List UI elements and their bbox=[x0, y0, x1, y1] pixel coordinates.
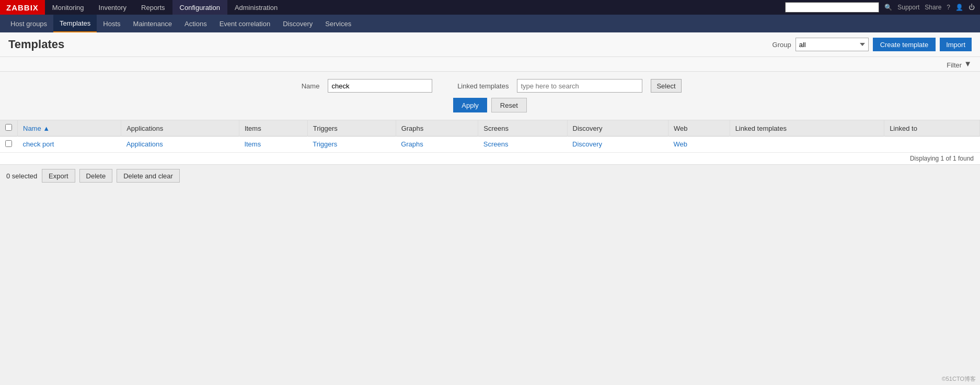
nav-configuration[interactable]: Configuration bbox=[172, 0, 227, 15]
th-linked-to: Linked to bbox=[884, 120, 980, 137]
reset-button[interactable]: Reset bbox=[491, 98, 527, 112]
th-screens: Screens bbox=[478, 120, 567, 137]
status-bar: 0 selected Export Delete Delete and clea… bbox=[0, 164, 980, 187]
row-linked-templates bbox=[730, 137, 884, 153]
select-button[interactable]: Select bbox=[651, 79, 681, 93]
screens-link[interactable]: Screens bbox=[483, 140, 509, 148]
select-all-checkbox[interactable] bbox=[5, 124, 12, 131]
header-right: Group all Create template Import bbox=[773, 38, 972, 51]
templates-table: Name ▲ Applications Items Triggers Graph… bbox=[0, 120, 980, 153]
row-name: check port bbox=[18, 137, 121, 153]
subnav-services[interactable]: Services bbox=[319, 15, 358, 32]
subnav-actions[interactable]: Actions bbox=[178, 15, 213, 32]
filter-bar: Filter ▼ bbox=[0, 57, 980, 72]
export-button[interactable]: Export bbox=[42, 169, 75, 183]
top-nav-items: Monitoring Inventory Reports Configurati… bbox=[45, 0, 285, 15]
name-filter-label: Name bbox=[298, 82, 319, 90]
group-label: Group bbox=[773, 41, 791, 49]
web-link[interactable]: Web bbox=[673, 140, 687, 148]
row-checkbox bbox=[0, 137, 18, 153]
name-filter-input[interactable]: check bbox=[328, 79, 432, 93]
table-section: Name ▲ Applications Items Triggers Graph… bbox=[0, 120, 980, 164]
row-web: Web bbox=[668, 137, 730, 153]
name-sort-header[interactable]: Name ▲ bbox=[23, 124, 50, 132]
top-nav: ZABBIX Monitoring Inventory Reports Conf… bbox=[0, 0, 980, 15]
th-web: Web bbox=[668, 120, 730, 137]
th-discovery: Discovery bbox=[567, 120, 668, 137]
page-header: Templates Group all Create template Impo… bbox=[0, 32, 980, 57]
help-icon[interactable]: ? bbox=[947, 4, 950, 11]
template-name-link[interactable]: check port bbox=[23, 140, 54, 148]
delete-clear-button[interactable]: Delete and clear bbox=[117, 169, 180, 183]
support-link[interactable]: Support bbox=[897, 4, 919, 11]
filter-text: Filter bbox=[944, 59, 964, 71]
discovery-link[interactable]: Discovery bbox=[572, 140, 602, 148]
items-link[interactable]: Items bbox=[244, 140, 261, 148]
nav-administration[interactable]: Administration bbox=[227, 0, 285, 15]
row-screens: Screens bbox=[478, 137, 567, 153]
subnav-event-correlation[interactable]: Event correlation bbox=[213, 15, 277, 32]
th-triggers: Triggers bbox=[307, 120, 396, 137]
linked-templates-label: Linked templates bbox=[441, 82, 509, 90]
page-title: Templates bbox=[8, 38, 64, 51]
filter-section: Name check Linked templates Select Apply… bbox=[0, 72, 980, 120]
nav-reports[interactable]: Reports bbox=[134, 0, 172, 15]
group-select[interactable]: all bbox=[795, 38, 869, 51]
create-template-button[interactable]: Create template bbox=[873, 38, 936, 51]
subnav-hosts[interactable]: Hosts bbox=[97, 15, 126, 32]
selected-count: 0 selected bbox=[6, 172, 38, 180]
delete-button[interactable]: Delete bbox=[79, 169, 113, 183]
filter-buttons: Apply Reset bbox=[453, 98, 527, 112]
share-link[interactable]: Share bbox=[925, 4, 941, 11]
th-name[interactable]: Name ▲ bbox=[18, 120, 121, 137]
th-items: Items bbox=[239, 120, 307, 137]
row-items: Items bbox=[239, 137, 307, 153]
top-nav-right: 🔍 Support Share ? 👤 ⏻ bbox=[785, 2, 980, 13]
subnav-discovery[interactable]: Discovery bbox=[276, 15, 319, 32]
graphs-link[interactable]: Graphs bbox=[401, 140, 423, 148]
row-applications: Applications bbox=[121, 137, 239, 153]
displaying-count: Displaying 1 of 1 found bbox=[0, 153, 980, 164]
sub-nav: Host groups Templates Hosts Maintenance … bbox=[0, 15, 980, 32]
th-applications: Applications bbox=[121, 120, 239, 137]
subnav-templates[interactable]: Templates bbox=[53, 15, 97, 32]
filter-icon[interactable]: ▼ bbox=[964, 59, 972, 71]
th-checkbox bbox=[0, 120, 18, 137]
search-input[interactable] bbox=[785, 2, 879, 13]
logo: ZABBIX bbox=[0, 0, 45, 15]
th-graphs: Graphs bbox=[396, 120, 478, 137]
subnav-host-groups[interactable]: Host groups bbox=[4, 15, 53, 32]
table-row: check port Applications Items Triggers G… bbox=[0, 137, 980, 153]
table-header-row: Name ▲ Applications Items Triggers Graph… bbox=[0, 120, 980, 137]
linked-templates-input[interactable] bbox=[517, 79, 642, 93]
apply-button[interactable]: Apply bbox=[453, 98, 487, 112]
subnav-maintenance[interactable]: Maintenance bbox=[127, 15, 178, 32]
import-button[interactable]: Import bbox=[940, 38, 972, 51]
applications-link[interactable]: Applications bbox=[126, 140, 163, 148]
triggers-link[interactable]: Triggers bbox=[313, 140, 337, 148]
user-icon[interactable]: 👤 bbox=[955, 4, 963, 11]
row-linked-to bbox=[884, 137, 980, 153]
row-graphs: Graphs bbox=[396, 137, 478, 153]
nav-inventory[interactable]: Inventory bbox=[91, 0, 134, 15]
row-select-checkbox[interactable] bbox=[5, 140, 12, 147]
th-linked-templates: Linked templates bbox=[730, 120, 884, 137]
row-triggers: Triggers bbox=[307, 137, 396, 153]
filter-row-1: Name check Linked templates Select bbox=[298, 79, 681, 93]
nav-monitoring[interactable]: Monitoring bbox=[45, 0, 91, 15]
power-icon[interactable]: ⏻ bbox=[969, 4, 975, 11]
search-icon[interactable]: 🔍 bbox=[884, 4, 892, 11]
row-discovery: Discovery bbox=[567, 137, 668, 153]
